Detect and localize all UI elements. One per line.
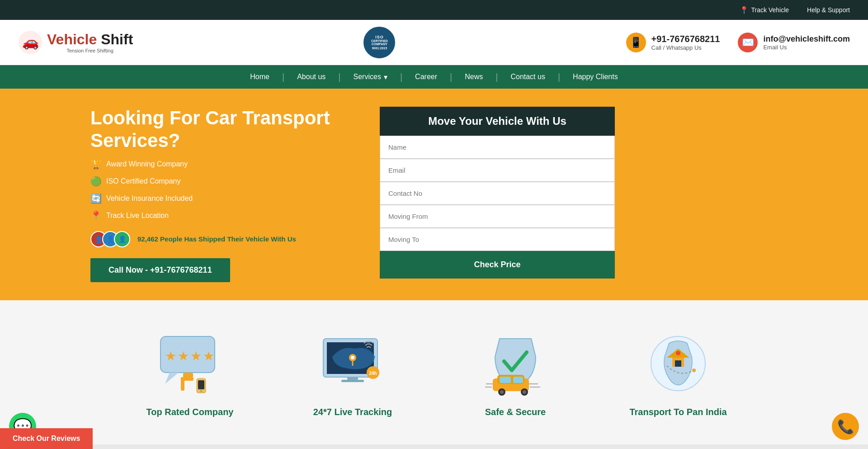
svg-rect-28	[500, 377, 511, 383]
feature-award: 🏆 Award Winning Company	[90, 159, 353, 170]
feature-live-tracking: 24h 24*7 Live Tracking	[289, 327, 416, 417]
phone-details: +91-7676768211 Call / Whatsapp Us	[651, 34, 720, 51]
svg-rect-37	[675, 360, 681, 367]
feature-safe-secure: Safe & Secure	[452, 327, 579, 417]
svg-rect-29	[513, 377, 523, 383]
avatar-group: 👤 👤 👤	[90, 231, 126, 247]
feature-pan-india: Transport To Pan India	[615, 327, 741, 417]
safe-secure-icon	[479, 327, 552, 400]
feature-track: 📍 Track Live Location	[90, 210, 353, 221]
nav-career[interactable]: Career	[402, 65, 450, 89]
certified-icon: 🟢	[90, 176, 102, 187]
feature-award-text: Award Winning Company	[106, 160, 188, 168]
whatsapp-icon: 📱	[626, 33, 646, 52]
nav-contact[interactable]: Contact us	[498, 65, 557, 89]
svg-point-13	[200, 390, 202, 392]
iso-badge-area: ISO CERTIFIED COMPANY 9001:2015	[363, 27, 395, 58]
shipped-text: 92,462 People Has Shipped Their Vehicle …	[137, 235, 296, 243]
help-support-label: Help & Support	[807, 6, 850, 14]
track-vehicle-link[interactable]: 📍 Track Vehicle	[740, 6, 789, 14]
nav-happy-clients[interactable]: Happy Clients	[560, 65, 631, 89]
feature-track-text: Track Live Location	[106, 212, 169, 220]
form-title: Move Your Vehicle With Us	[380, 107, 615, 136]
top-rated-label: Top Rated Company	[146, 407, 234, 417]
check-reviews-button[interactable]: Check Our Reviews	[0, 428, 93, 449]
feature-insurance: 🔄 Vehicle Insurance Included	[90, 193, 353, 204]
live-tracking-icon: 24h	[316, 327, 389, 400]
safe-secure-label: Safe & Secure	[485, 407, 546, 417]
phone-contact[interactable]: 📱 +91-7676768211 Call / Whatsapp Us	[626, 33, 720, 52]
nav-news-label: News	[465, 73, 483, 81]
moving-from-input[interactable]	[380, 205, 615, 228]
top-rated-icon: ★ ★ ★ ★	[154, 327, 226, 400]
svg-text:★: ★	[178, 349, 189, 363]
trophy-icon: 🏆	[90, 159, 102, 170]
email-icon: ✉️	[738, 33, 758, 52]
svg-text:★: ★	[165, 349, 176, 363]
pan-india-icon	[642, 327, 714, 400]
svg-point-39	[692, 369, 696, 372]
feature-iso-text: ISO Certified Company	[106, 177, 181, 185]
features-section: ★ ★ ★ ★ Top Rated Company	[0, 300, 868, 444]
booking-form: Move Your Vehicle With Us Check Price	[380, 107, 615, 282]
logo-text: Vehicle Shift	[47, 31, 133, 48]
email-contact[interactable]: ✉️ info@vehicleshift.com Email Us	[738, 33, 850, 52]
pan-india-label: Transport To Pan India	[629, 407, 726, 417]
svg-rect-9	[181, 377, 184, 391]
help-support-link[interactable]: Help & Support	[807, 6, 850, 14]
nav-about[interactable]: About us	[284, 65, 338, 89]
svg-point-17	[351, 356, 354, 359]
reviews-section: 👤 Sunny Deol ★★★★★ @sunnydeol G+ Exce...…	[0, 444, 868, 449]
contact-input[interactable]	[380, 182, 615, 205]
nav-happy-clients-label: Happy Clients	[573, 73, 618, 81]
nav-news[interactable]: News	[452, 65, 495, 89]
iso-line2: CERTIFIED	[371, 39, 388, 43]
phone-number: +91-7676768211	[651, 34, 720, 44]
email-details: info@vehicleshift.com Email Us	[763, 34, 850, 51]
iso-line1: ISO	[375, 35, 384, 39]
svg-marker-3	[165, 373, 179, 384]
name-input[interactable]	[380, 136, 615, 159]
svg-text:🚗: 🚗	[22, 34, 39, 50]
shipped-label: People Has Shipped Their Vehicle With Us	[160, 235, 296, 243]
logo-icon: 🚗	[18, 30, 42, 55]
shipped-row: 👤 👤 👤 92,462 People Has Shipped Their Ve…	[90, 231, 353, 247]
email-input[interactable]	[380, 159, 615, 182]
map-pin-icon: 📍	[90, 210, 102, 221]
header: 🚗 Vehicle Shift Tension Free Shifting IS…	[0, 20, 868, 65]
track-vehicle-label: Track Vehicle	[751, 6, 789, 14]
phone-float-button[interactable]: 📞	[832, 413, 859, 440]
phone-label: Call / Whatsapp Us	[651, 44, 720, 51]
feature-top-rated: ★ ★ ★ ★ Top Rated Company	[127, 327, 253, 417]
nav-career-label: Career	[415, 73, 437, 81]
chevron-down-icon: ▾	[384, 73, 387, 81]
svg-text:24h: 24h	[369, 371, 377, 376]
svg-text:★: ★	[190, 349, 202, 363]
nav-home-label: Home	[250, 73, 269, 81]
svg-rect-12	[198, 380, 204, 389]
nav-services-label: Services	[354, 73, 381, 81]
nav-home[interactable]: Home	[237, 65, 282, 89]
shipped-count: 92,462	[137, 235, 158, 243]
email-label: Email Us	[763, 44, 850, 51]
insurance-icon: 🔄	[90, 193, 102, 204]
svg-text:★: ★	[203, 349, 214, 363]
location-pin-icon: 📍	[740, 6, 749, 14]
moving-to-input[interactable]	[380, 228, 615, 251]
header-contacts: 📱 +91-7676768211 Call / Whatsapp Us ✉️ i…	[626, 33, 850, 52]
logo[interactable]: 🚗 Vehicle Shift Tension Free Shifting	[18, 30, 133, 55]
feature-insurance-text: Vehicle Insurance Included	[106, 194, 193, 203]
email-address: info@vehicleshift.com	[763, 34, 850, 44]
top-bar: 📍 Track Vehicle Help & Support	[0, 0, 868, 20]
phone-float-icon: 📞	[837, 419, 854, 435]
nav-services[interactable]: Services ▾	[341, 65, 400, 89]
check-price-button[interactable]: Check Price	[380, 251, 615, 279]
form-inputs: Check Price	[380, 136, 615, 279]
cta-area: Call Now - +91-7676768211	[90, 258, 353, 282]
iso-badge: ISO CERTIFIED COMPANY 9001:2015	[363, 27, 395, 58]
nav-contact-label: Contact us	[510, 73, 545, 81]
svg-point-25	[500, 390, 504, 394]
svg-rect-19	[341, 380, 364, 382]
call-now-button[interactable]: Call Now - +91-7676768211	[90, 258, 230, 282]
svg-rect-10	[183, 373, 193, 378]
